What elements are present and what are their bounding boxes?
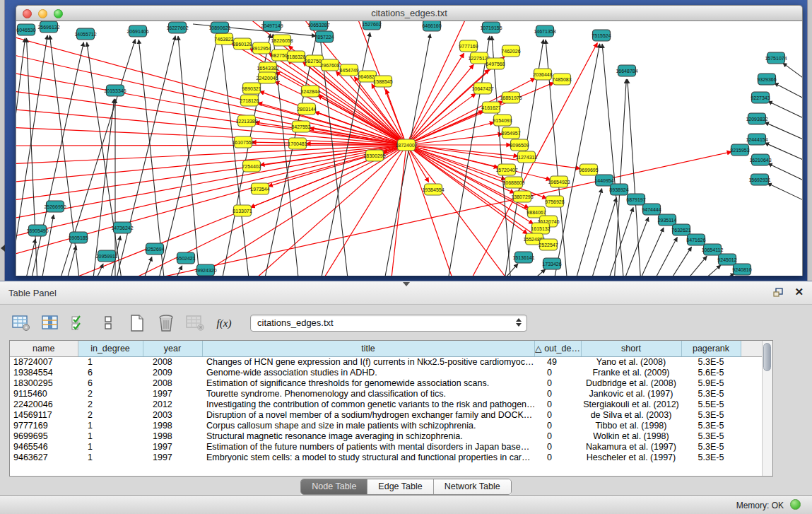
graph-node[interactable]: 25266950 bbox=[44, 201, 66, 212]
table-cell[interactable]: 6 bbox=[78, 378, 143, 388]
graph-node[interactable]: 6466160 bbox=[422, 21, 441, 31]
graph-node[interactable]: 16227602 bbox=[166, 22, 188, 33]
column-header-short[interactable]: short bbox=[581, 341, 681, 356]
graph-node[interactable]: 8215953 bbox=[730, 144, 749, 156]
graph-node[interactable]: 15136141 bbox=[512, 252, 534, 263]
table-cell[interactable]: 14569117 bbox=[10, 409, 78, 420]
graph-node[interactable]: 9777169 bbox=[459, 40, 478, 52]
table-cell[interactable]: 9115460 bbox=[10, 388, 78, 399]
table-cell[interactable]: 1 bbox=[78, 452, 143, 462]
graph-node[interactable]: 8860128 bbox=[233, 38, 252, 49]
graph-node[interactable]: 8096509 bbox=[510, 139, 529, 151]
graph-node[interactable]: 14671358 bbox=[534, 25, 555, 37]
tab-edge-table[interactable]: Edge Table bbox=[367, 479, 433, 494]
table-cell[interactable]: Disruption of a novel member of a sodium… bbox=[202, 409, 534, 420]
graph-node[interactable]: 9154093 bbox=[493, 115, 512, 126]
table-cell[interactable]: 5.3E-5 bbox=[681, 452, 741, 462]
graph-node[interactable]: 8133071 bbox=[233, 205, 252, 216]
graph-node[interactable]: 6046530 bbox=[16, 24, 35, 35]
table-cell[interactable]: 18300295 bbox=[10, 378, 78, 388]
table-cell[interactable]: 5.6E-5 bbox=[681, 367, 741, 378]
select-rows-button[interactable] bbox=[69, 313, 89, 333]
table-cell[interactable]: Embryonic stem cells: a model to study s… bbox=[202, 452, 534, 462]
table-cell[interactable]: 0 bbox=[534, 399, 581, 409]
table-cell[interactable]: 9463627 bbox=[10, 452, 78, 462]
graph-node[interactable]: 20153346 bbox=[104, 85, 126, 96]
table-cell[interactable]: 0 bbox=[534, 388, 581, 399]
graph-node[interactable]: 9474444 bbox=[642, 204, 661, 215]
graph-node[interactable]: 10653287 bbox=[307, 21, 329, 30]
table-row[interactable]: 1872400712008Changes of HCN gene express… bbox=[10, 356, 762, 367]
table-cell[interactable]: 2 bbox=[78, 388, 143, 399]
table-cell[interactable]: 1997 bbox=[143, 441, 202, 452]
graph-node[interactable]: 22420046 bbox=[256, 72, 278, 83]
graph-node[interactable]: 6502421 bbox=[176, 252, 195, 264]
table-cell[interactable]: 0 bbox=[534, 441, 581, 452]
graph-node[interactable]: 10719155 bbox=[480, 22, 502, 33]
graph-node[interactable]: 9699695 bbox=[579, 164, 598, 175]
graph-node[interactable]: 2718126 bbox=[240, 95, 259, 106]
table-cell[interactable]: Dudbridge et al. (2008) bbox=[581, 378, 681, 388]
graph-node[interactable]: 2935114 bbox=[658, 214, 677, 226]
zoom-window-button[interactable] bbox=[54, 9, 63, 18]
graph-node[interactable]: 18300295 bbox=[363, 150, 385, 161]
graph-node[interactable]: 5905185 bbox=[69, 232, 88, 243]
table-cell[interactable]: 49 bbox=[534, 356, 581, 367]
table-cell[interactable]: 2 bbox=[78, 409, 143, 420]
table-cell[interactable]: Stergiakouli et al. (2012) bbox=[581, 399, 681, 409]
graph-node[interactable]: 7463822 bbox=[214, 33, 233, 45]
table-cell[interactable]: 2009 bbox=[143, 367, 202, 378]
table-row[interactable]: 1938455462009Genome-wide association stu… bbox=[10, 367, 762, 378]
table-cell[interactable]: 5.3E-5 bbox=[681, 431, 741, 441]
graph-node[interactable]: 15692931 bbox=[748, 174, 770, 185]
table-cell[interactable]: de Silva et al. (2003) bbox=[581, 409, 681, 420]
function-builder-button[interactable]: f(x) bbox=[214, 313, 234, 333]
table-cell[interactable]: Investigating the contribution of common… bbox=[202, 399, 534, 409]
graph-node[interactable]: 18724007 bbox=[395, 139, 417, 151]
table-cell[interactable]: 2 bbox=[78, 399, 143, 409]
table-cell[interactable]: 1998 bbox=[143, 420, 202, 431]
network-window-titlebar[interactable]: citations_edges.txt bbox=[16, 5, 803, 21]
graph-node[interactable]: 2803144 bbox=[297, 103, 316, 115]
graph-node[interactable]: 2522547 bbox=[539, 239, 558, 250]
table-cell[interactable]: Hescheler et al. (1997) bbox=[581, 452, 681, 462]
table-cell[interactable]: Wolkin et al. (1998) bbox=[581, 431, 681, 441]
graph-node[interactable]: 11274312 bbox=[516, 151, 538, 163]
graph-node[interactable]: 12444154 bbox=[746, 134, 767, 145]
graph-node[interactable]: 1615132 bbox=[531, 223, 550, 234]
table-cell[interactable]: 9777169 bbox=[10, 420, 78, 431]
graph-node[interactable]: 7462026 bbox=[501, 45, 520, 57]
table-cell[interactable]: Corpus callosum shape and size in male p… bbox=[202, 420, 534, 431]
graph-node[interactable]: 16648784 bbox=[616, 65, 637, 76]
graph-node[interactable]: 6879197 bbox=[626, 194, 645, 205]
close-panel-icon[interactable]: ✕ bbox=[794, 286, 804, 298]
graph-node[interactable]: 8454749 bbox=[339, 64, 358, 76]
graph-node[interactable]: 1973544 bbox=[250, 183, 269, 194]
graph-node[interactable]: 19384554 bbox=[422, 184, 444, 195]
graph-node[interactable]: 12213389 bbox=[235, 115, 257, 127]
table-row[interactable]: 946362711997Embryonic stem cells: a mode… bbox=[10, 452, 762, 462]
network-graph-view[interactable]: 1872400774638228860128891295418226058982… bbox=[16, 21, 803, 276]
table-cell[interactable]: 1 bbox=[78, 431, 143, 441]
graph-node[interactable]: 8252694 bbox=[145, 243, 164, 255]
table-row[interactable]: 911546021997Tourette syndrome. Phenomeno… bbox=[10, 388, 762, 399]
graph-node[interactable]: 9329366 bbox=[757, 74, 776, 85]
table-cell[interactable]: 22420046 bbox=[10, 399, 78, 409]
graph-node[interactable]: 1588545 bbox=[373, 76, 392, 87]
graph-node[interactable]: 12093832 bbox=[746, 113, 767, 124]
graph-node[interactable]: 18905490 bbox=[26, 225, 48, 236]
graph-node[interactable]: 8954957 bbox=[501, 127, 520, 139]
table-cell[interactable]: Estimation of significance thresholds fo… bbox=[202, 378, 534, 388]
graph-node[interactable]: 9245012 bbox=[717, 254, 736, 265]
graph-node[interactable]: 8471626 bbox=[686, 234, 705, 245]
table-cell[interactable]: 9699695 bbox=[10, 431, 78, 441]
table-row[interactable]: 977716911998Corpus callosum shape and si… bbox=[10, 420, 762, 431]
show-column-button[interactable] bbox=[40, 313, 60, 333]
graph-node[interactable]: 8912954 bbox=[252, 42, 271, 54]
tab-network-table[interactable]: Network Table bbox=[434, 479, 511, 494]
column-header-title[interactable]: title bbox=[202, 341, 534, 356]
left-splitter-handle-icon[interactable] bbox=[1, 245, 5, 252]
graph-node[interactable]: 4161627 bbox=[481, 102, 500, 113]
table-cell[interactable]: Nakamura et al. (1997) bbox=[581, 441, 681, 452]
graph-node[interactable]: 8186328 bbox=[286, 51, 305, 62]
